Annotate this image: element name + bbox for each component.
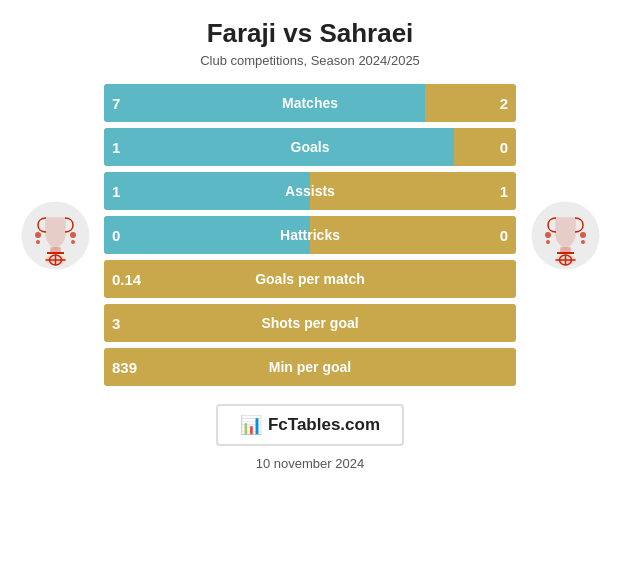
stats-container: 7 Matches 2 1 Goals 0 1 Assists 1 <box>100 84 520 386</box>
footer-logo-box: 📊 FcTables.com <box>216 404 404 446</box>
svg-point-8 <box>71 240 75 244</box>
svg-point-14 <box>545 232 551 238</box>
stat-left-val-hattricks: 0 <box>112 227 120 244</box>
stat-left-val-min-per-goal: 839 <box>112 359 137 376</box>
stat-left-val-goals-per-match: 0.14 <box>112 271 141 288</box>
stat-label-assists: Assists <box>285 183 335 199</box>
stat-fill-goals <box>104 128 454 166</box>
match-title: Faraji vs Sahraei <box>200 18 420 49</box>
stat-bar-goals-per-match: 0.14 Goals per match <box>104 260 516 298</box>
right-team-logo <box>520 198 610 273</box>
stat-bar-goals: 1 Goals 0 <box>104 128 516 166</box>
svg-point-7 <box>36 240 40 244</box>
stat-row-min-per-goal: 839 Min per goal <box>104 348 516 386</box>
svg-point-15 <box>580 232 586 238</box>
footer-logo-text: FcTables.com <box>268 415 380 435</box>
footer-date: 10 november 2024 <box>256 456 364 471</box>
stat-right-val-goals: 0 <box>500 139 508 156</box>
header: Faraji vs Sahraei Club competitions, Sea… <box>190 0 430 74</box>
stat-label-min-per-goal: Min per goal <box>269 359 351 375</box>
stat-left-val-goals: 1 <box>112 139 120 156</box>
svg-point-5 <box>35 232 41 238</box>
stat-label-goals: Goals <box>291 139 330 155</box>
svg-point-17 <box>581 240 585 244</box>
stat-label-hattricks: Hattricks <box>280 227 340 243</box>
stat-row-assists: 1 Assists 1 <box>104 172 516 210</box>
stat-label-shots-per-goal: Shots per goal <box>261 315 358 331</box>
match-subtitle: Club competitions, Season 2024/2025 <box>200 53 420 68</box>
stat-bar-min-per-goal: 839 Min per goal <box>104 348 516 386</box>
stat-left-val-assists: 1 <box>112 183 120 200</box>
fctables-icon: 📊 <box>240 414 262 436</box>
stat-row-goals-per-match: 0.14 Goals per match <box>104 260 516 298</box>
svg-point-16 <box>546 240 550 244</box>
stat-bar-shots-per-goal: 3 Shots per goal <box>104 304 516 342</box>
stat-right-val-hattricks: 0 <box>500 227 508 244</box>
stat-row-hattricks: 0 Hattricks 0 <box>104 216 516 254</box>
stat-row-shots-per-goal: 3 Shots per goal <box>104 304 516 342</box>
svg-point-6 <box>70 232 76 238</box>
stat-right-val-assists: 1 <box>500 183 508 200</box>
stat-row-goals: 1 Goals 0 <box>104 128 516 166</box>
stat-label-goals-per-match: Goals per match <box>255 271 365 287</box>
stat-bar-assists: 1 Assists 1 <box>104 172 516 210</box>
stat-right-val-matches: 2 <box>500 95 508 112</box>
stat-left-val-shots-per-goal: 3 <box>112 315 120 332</box>
stat-label-matches: Matches <box>282 95 338 111</box>
stat-bar-matches: 7 Matches 2 <box>104 84 516 122</box>
left-team-logo <box>10 198 100 273</box>
main-content: 7 Matches 2 1 Goals 0 1 Assists 1 <box>0 74 620 386</box>
stat-left-val-matches: 7 <box>112 95 120 112</box>
stat-fill-assists <box>104 172 310 210</box>
stat-fill-matches <box>104 84 425 122</box>
stat-row-matches: 7 Matches 2 <box>104 84 516 122</box>
stat-bar-hattricks: 0 Hattricks 0 <box>104 216 516 254</box>
